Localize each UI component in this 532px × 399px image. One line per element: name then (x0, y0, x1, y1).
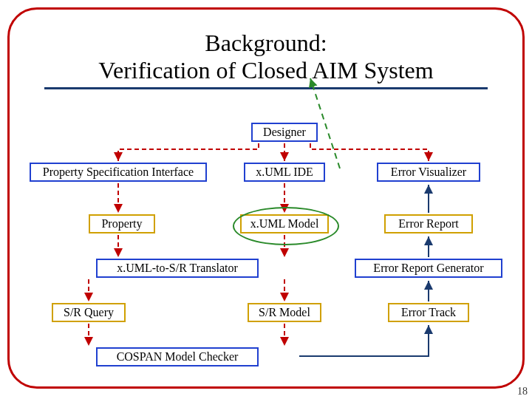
node-errreport: Error Report (384, 214, 473, 233)
title-line1: Background: (205, 30, 327, 56)
slide-title: Background: Verification of Closed AIM S… (44, 30, 488, 89)
node-psi: Property Specification Interface (30, 163, 207, 182)
title-line2: Verification of Closed AIM System (98, 57, 433, 83)
node-translator: x.UML-to-S/R Translator (96, 259, 259, 278)
node-errtrack: Error Track (388, 303, 469, 322)
node-errvis: Error Visualizer (377, 163, 480, 182)
node-errgen: Error Report Generator (355, 259, 502, 278)
node-srmodel: S/R Model (248, 303, 321, 322)
node-designer: Designer (251, 123, 318, 142)
page-number: 18 (517, 386, 528, 398)
node-srquery: S/R Query (52, 303, 126, 322)
highlight-ellipse (233, 207, 339, 245)
node-property: Property (89, 214, 155, 233)
node-cospan: COSPAN Model Checker (96, 347, 259, 366)
node-xumlide: x.UML IDE (244, 163, 325, 182)
